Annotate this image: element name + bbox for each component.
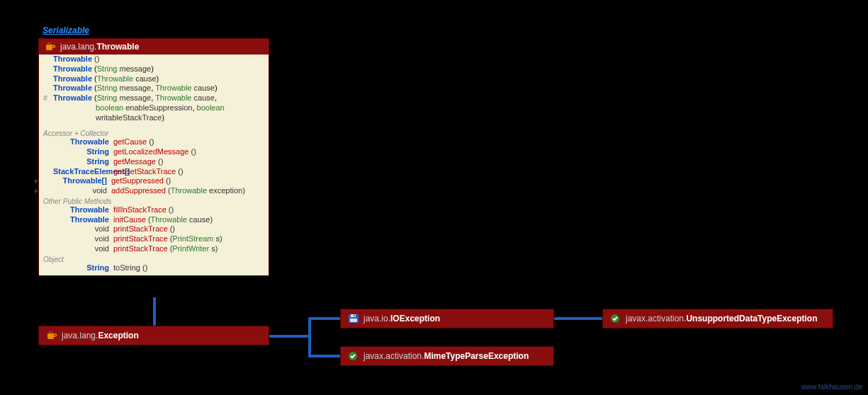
floppy-disk-icon <box>348 314 359 324</box>
member-row: StringgetMessage () <box>39 157 269 167</box>
constructor-row: #Throwable (String message, Throwable ca… <box>39 93 269 103</box>
exception-name: Exception <box>98 331 138 340</box>
conn-hub-v <box>308 317 311 357</box>
check-circle-icon <box>610 314 621 324</box>
member-row: StringgetLocalizedMessage () <box>39 147 269 157</box>
class-throwable: java.lang.Throwable Throwable ()Throwabl… <box>38 38 269 276</box>
section-object: Object <box>39 254 269 263</box>
coffee-cup-icon <box>45 42 56 52</box>
class-unsupporteddatatypeexception: javax.activation.UnsupportedDataTypeExce… <box>602 309 833 328</box>
member-row: ThrowablegetCause () <box>39 137 269 147</box>
unsupported-pkg: javax.activation. <box>626 314 686 324</box>
member-row: ThrowableinitCause (Throwable cause) <box>39 215 269 225</box>
constructor-row: Throwable (String message) <box>39 64 269 74</box>
member-row: voidprintStackTrace (PrintStream s) <box>39 234 269 244</box>
class-exception: java.lang.Exception <box>38 326 269 345</box>
throwable-pkg: java.lang. <box>60 42 96 52</box>
conn-hub-io <box>308 317 344 320</box>
constructor-row: Throwable (Throwable cause) <box>39 74 269 84</box>
conn-exception-hub-h <box>269 335 311 338</box>
watermark: www.falkhausen.de <box>801 383 862 391</box>
coffee-cup-icon <box>46 331 57 340</box>
member-row: StringtoString () <box>39 263 269 273</box>
ioexception-pkg: java.io. <box>363 314 390 324</box>
throwable-name: Throwable <box>96 42 139 52</box>
section-accessor: Accessor + Collector <box>39 128 269 137</box>
member-row: ThrowablefillInStackTrace () <box>39 205 269 215</box>
ioexception-name: IOException <box>390 314 440 324</box>
member-row: FvoidaddSuppressed (Throwable exception) <box>39 186 269 196</box>
member-row: voidprintStackTrace () <box>39 224 269 234</box>
member-row: StackTraceElement[]get/setStackTrace () <box>39 167 269 177</box>
class-ioexception: java.io.IOException <box>340 309 554 328</box>
member-row: FThrowable[]getSuppressed () <box>39 176 269 186</box>
section-other: Other Public Methods <box>39 196 269 205</box>
class-mimetypeparseexception: javax.activation.MimeTypeParseException <box>340 346 554 366</box>
conn-throwable-exception <box>153 297 156 327</box>
conn-hub-mime <box>308 355 344 357</box>
constructor-row: Throwable () <box>39 55 269 64</box>
mimetype-name: MimeTypeParseException <box>424 351 529 361</box>
check-circle-icon <box>348 351 359 361</box>
exception-pkg: java.lang. <box>62 331 98 340</box>
conn-io-unsupported <box>553 317 606 320</box>
constructor-row-cont: boolean enableSuppression, boolean writa… <box>39 103 269 123</box>
class-throwable-header: java.lang.Throwable <box>39 39 269 55</box>
member-row: voidprintStackTrace (PrintWriter s) <box>39 244 269 254</box>
interface-serializable: Serializable <box>43 25 89 35</box>
constructor-row: Throwable (String message, Throwable cau… <box>39 84 269 93</box>
svg-rect-2 <box>354 315 355 316</box>
mimetype-pkg: javax.activation. <box>363 351 424 361</box>
unsupported-name: UnsupportedDataTypeException <box>686 314 817 324</box>
svg-rect-3 <box>350 319 357 322</box>
